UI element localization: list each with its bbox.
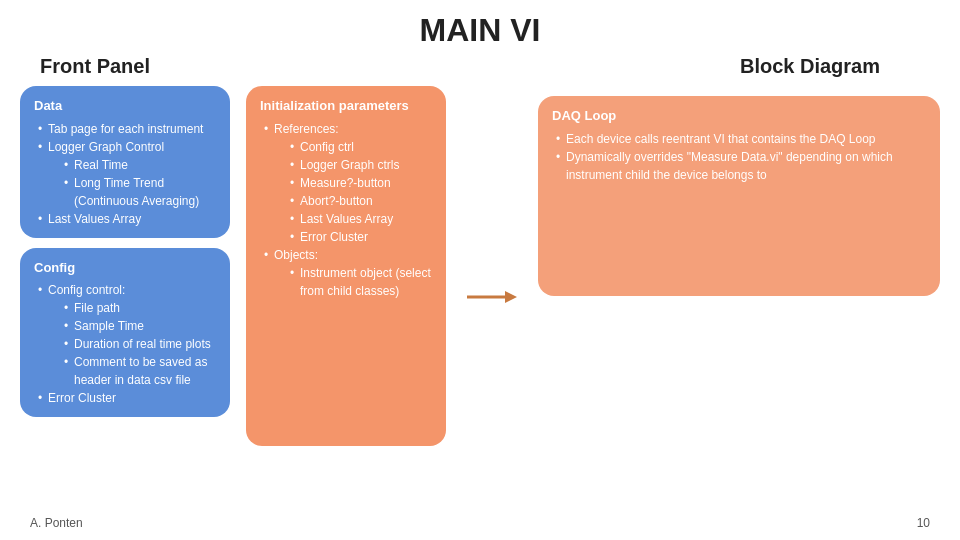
- data-subitem-realtime: Real Time: [64, 156, 216, 174]
- daq-item-override: Dynamically overrides "Measure Data.vi" …: [556, 148, 926, 184]
- footer-page-number: 10: [917, 516, 930, 530]
- config-subitem-sampletime: Sample Time: [64, 317, 216, 335]
- data-item-lastvalues: Last Values Array: [38, 210, 216, 228]
- config-card: Config Config control: File path Sample …: [20, 248, 230, 418]
- config-subitem-comment: Comment to be saved as header in data cs…: [64, 353, 216, 389]
- flow-arrow: [467, 287, 517, 307]
- config-item-errorcluster: Error Cluster: [38, 389, 216, 407]
- front-panel-label: Front Panel: [40, 55, 150, 78]
- config-card-title: Config: [34, 258, 216, 278]
- init-ref-errorcluster: Error Cluster: [290, 228, 432, 246]
- init-card-title: Initialization parameters: [260, 96, 432, 116]
- middle-column: Initialization parameters References: Co…: [246, 86, 446, 508]
- init-ref-measure: Measure?-button: [290, 174, 432, 192]
- daq-item-reentrant: Each device calls reentrant VI that cont…: [556, 130, 926, 148]
- daq-card: DAQ Loop Each device calls reentrant VI …: [538, 96, 940, 296]
- footer: A. Ponten 10: [0, 516, 960, 530]
- data-card-title: Data: [34, 96, 216, 116]
- init-ref-abort: Abort?-button: [290, 192, 432, 210]
- data-item-logger: Logger Graph Control Real Time Long Time…: [38, 138, 216, 210]
- init-objects: Objects: Instrument object (select from …: [264, 246, 432, 300]
- svg-marker-1: [505, 291, 517, 303]
- arrow-area: [462, 86, 522, 508]
- init-card: Initialization parameters References: Co…: [246, 86, 446, 446]
- data-item-tab: Tab page for each instrument: [38, 120, 216, 138]
- init-references: References: Config ctrl Logger Graph ctr…: [264, 120, 432, 246]
- block-diagram-label: Block Diagram: [740, 55, 880, 78]
- config-item-control: Config control: File path Sample Time Du…: [38, 281, 216, 389]
- daq-card-title: DAQ Loop: [552, 106, 926, 126]
- data-card: Data Tab page for each instrument Logger…: [20, 86, 230, 238]
- data-subitem-longtrend: Long Time Trend (Continuous Averaging): [64, 174, 216, 210]
- config-subitem-duration: Duration of real time plots: [64, 335, 216, 353]
- init-ref-loggergraph: Logger Graph ctrls: [290, 156, 432, 174]
- left-column: Data Tab page for each instrument Logger…: [20, 86, 230, 508]
- footer-author: A. Ponten: [30, 516, 83, 530]
- init-ref-configctrl: Config ctrl: [290, 138, 432, 156]
- page-title: MAIN VI: [0, 0, 960, 49]
- right-column: DAQ Loop Each device calls reentrant VI …: [538, 86, 940, 508]
- config-subitem-filepath: File path: [64, 299, 216, 317]
- init-ref-lastvalues: Last Values Array: [290, 210, 432, 228]
- init-obj-instrument: Instrument object (select from child cla…: [290, 264, 432, 300]
